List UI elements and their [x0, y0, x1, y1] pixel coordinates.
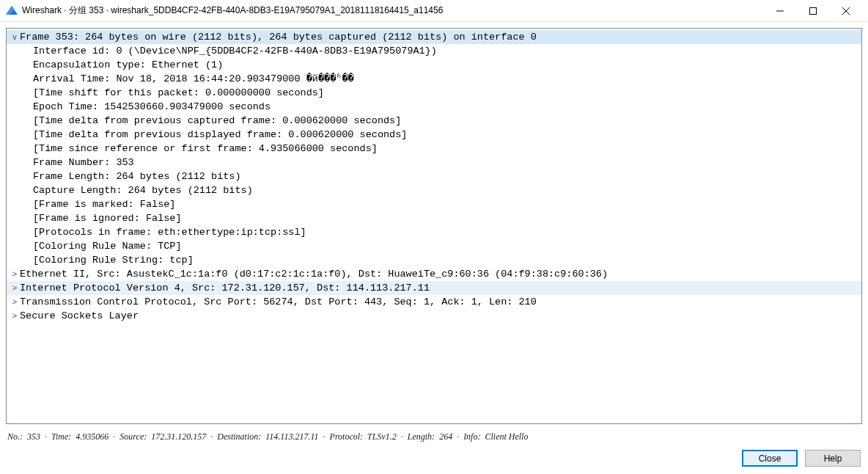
status-dest-label: Destination:	[217, 431, 261, 442]
status-dest: 114.113.217.11	[265, 431, 318, 442]
frame-detail-row[interactable]: [Time delta from previous displayed fram…	[7, 128, 861, 142]
button-bar: Close Help	[0, 445, 868, 474]
protocol-header-text: Transmission Control Protocol, Src Port:…	[20, 295, 537, 309]
frame-detail-row[interactable]: [Time delta from previous captured frame…	[7, 114, 861, 128]
title-bar: Wireshark · 分组 353 · wireshark_5DDB4CF2-…	[0, 0, 868, 22]
close-button[interactable]: Close	[742, 450, 798, 467]
protocol-header-text: Ethernet II, Src: AsustekC_1c:1a:f0 (d0:…	[20, 267, 608, 281]
frame-detail-row[interactable]: Encapsulation type: Ethernet (1)	[7, 58, 861, 72]
status-no-label: No.:	[7, 431, 23, 442]
frame-detail-text: Capture Length: 264 bytes (2112 bits)	[33, 183, 253, 197]
protocol-header-text: Secure Sockets Layer	[20, 309, 139, 323]
close-window-button[interactable]	[829, 0, 862, 21]
status-source: 172.31.120.157	[151, 431, 206, 442]
frame-detail-row[interactable]: Frame Number: 353	[7, 156, 861, 169]
frame-detail-text: Epoch Time: 1542530660.903479000 seconds	[33, 100, 271, 114]
frame-detail-text: [Frame is marked: False]	[33, 197, 175, 211]
frame-detail-text: Encapsulation type: Ethernet (1)	[33, 58, 223, 72]
frame-detail-row[interactable]: [Coloring Rule Name: TCP]	[7, 239, 861, 253]
frame-detail-text: [Time delta from previous captured frame…	[33, 114, 401, 128]
status-bar: No.: 353 · Time: 4.935066 · Source: 172.…	[0, 430, 868, 445]
status-info: Client Hello	[485, 431, 528, 442]
window-title: Wireshark · 分组 353 · wireshark_5DDB4CF2-…	[22, 4, 763, 17]
frame-detail-row[interactable]: [Frame is marked: False]	[7, 197, 861, 211]
frame-detail-row[interactable]: [Protocols in frame: eth:ethertype:ip:tc…	[7, 225, 861, 239]
status-len-label: Length:	[408, 431, 435, 442]
frame-detail-text: Frame Length: 264 bytes (2112 bits)	[33, 169, 241, 183]
status-time-label: Time:	[51, 431, 71, 442]
expander-closed-icon[interactable]: >	[10, 295, 20, 309]
frame-detail-text: [Time since reference or first frame: 4.…	[33, 142, 378, 156]
help-button[interactable]: Help	[805, 450, 861, 467]
frame-node[interactable]: ∨ Frame 353: 264 bytes on wire (2112 bit…	[7, 30, 861, 44]
maximize-button[interactable]	[796, 0, 829, 21]
frame-detail-text: [Protocols in frame: eth:ethertype:ip:tc…	[33, 225, 306, 239]
ethernet-node[interactable]: >Ethernet II, Src: AsustekC_1c:1a:f0 (d0…	[7, 267, 861, 281]
app-icon	[6, 5, 18, 17]
status-proto: TLSv1.2	[367, 431, 397, 442]
tcp-node[interactable]: >Transmission Control Protocol, Src Port…	[7, 295, 861, 309]
status-time: 4.935066	[76, 431, 108, 442]
frame-detail-row[interactable]: Epoch Time: 1542530660.903479000 seconds	[7, 100, 861, 114]
packet-details-tree[interactable]: ∨ Frame 353: 264 bytes on wire (2112 bit…	[6, 28, 862, 424]
expander-closed-icon[interactable]: >	[10, 309, 20, 323]
frame-detail-row[interactable]: Arrival Time: Nov 18, 2018 16:44:20.9034…	[7, 72, 861, 86]
frame-detail-text: Interface id: 0 (\Device\NPF_{5DDB4CF2-4…	[33, 44, 437, 58]
window-controls	[763, 0, 862, 21]
frame-detail-row[interactable]: [Time since reference or first frame: 4.…	[7, 142, 861, 156]
expander-closed-icon[interactable]: >	[10, 267, 20, 281]
minimize-button[interactable]	[763, 0, 796, 21]
frame-detail-row[interactable]: [Coloring Rule String: tcp]	[7, 253, 861, 267]
frame-detail-row[interactable]: Frame Length: 264 bytes (2112 bits)	[7, 169, 861, 183]
status-info-label: Info:	[463, 431, 480, 442]
svg-rect-0	[809, 7, 816, 14]
frame-detail-row[interactable]: [Frame is ignored: False]	[7, 211, 861, 225]
status-proto-label: Protocol:	[330, 431, 364, 442]
frame-detail-row[interactable]: Interface id: 0 (\Device\NPF_{5DDB4CF2-4…	[7, 44, 861, 58]
frame-detail-text: [Time shift for this packet: 0.000000000…	[33, 86, 324, 100]
frame-detail-text: [Coloring Rule String: tcp]	[33, 253, 194, 267]
status-no: 353	[27, 431, 40, 442]
frame-header: Frame 353: 264 bytes on wire (2112 bits)…	[20, 30, 537, 44]
status-source-label: Source:	[119, 431, 147, 442]
expander-open-icon[interactable]: ∨	[10, 30, 20, 44]
frame-detail-text: [Time delta from previous displayed fram…	[33, 128, 407, 142]
expander-closed-icon[interactable]: >	[10, 281, 20, 295]
frame-detail-text: [Frame is ignored: False]	[33, 211, 182, 225]
ip-node[interactable]: >Internet Protocol Version 4, Src: 172.3…	[7, 281, 861, 295]
frame-detail-text: Frame Number: 353	[33, 156, 134, 169]
ssl-node[interactable]: >Secure Sockets Layer	[7, 309, 861, 323]
frame-detail-row[interactable]: [Time shift for this packet: 0.000000000…	[7, 86, 861, 100]
status-len: 264	[439, 431, 452, 442]
frame-detail-text: Arrival Time: Nov 18, 2018 16:44:20.9034…	[33, 72, 354, 86]
protocol-header-text: Internet Protocol Version 4, Src: 172.31…	[20, 281, 430, 295]
frame-detail-row[interactable]: Capture Length: 264 bytes (2112 bits)	[7, 183, 861, 197]
frame-detail-text: [Coloring Rule Name: TCP]	[33, 239, 182, 253]
